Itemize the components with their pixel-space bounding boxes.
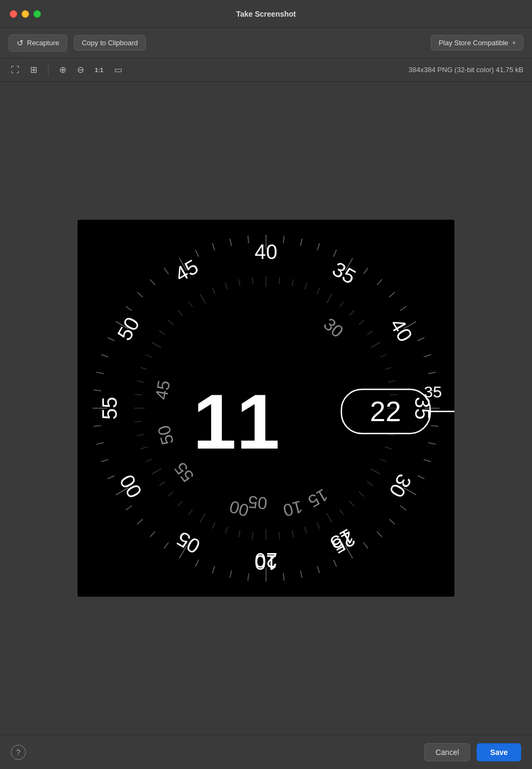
window-controls — [10, 10, 41, 18]
image-info: 384x384 PNG (32-bit color) 41.75 kB — [409, 66, 523, 74]
help-button[interactable]: ? — [11, 745, 26, 760]
frame-icon[interactable]: ▭ — [112, 62, 124, 77]
cancel-button[interactable]: Cancel — [424, 743, 471, 761]
bottom-actions: Cancel Save — [424, 743, 521, 761]
cancel-label: Cancel — [436, 748, 459, 757]
chevron-down-icon: ▾ — [513, 40, 515, 46]
maximize-button[interactable] — [33, 10, 41, 18]
minute-display: 22 — [370, 396, 401, 427]
copy-label: Copy to Clipboard — [82, 39, 138, 47]
save-label: Save — [490, 748, 508, 757]
svg-text:40: 40 — [255, 241, 277, 263]
close-button[interactable] — [10, 10, 17, 18]
right-edge-35: 35 — [424, 383, 442, 401]
minimize-button[interactable] — [22, 10, 29, 18]
format-dropdown[interactable]: Play Store Compatible ▾ — [431, 35, 523, 51]
help-label: ? — [16, 748, 20, 757]
svg-text:05: 05 — [247, 492, 268, 513]
recapture-label: Recapture — [27, 39, 59, 47]
watch-face-svg: 50 45 55 40 35 40 45 30 00 — [78, 220, 454, 597]
fit-icon[interactable]: ⛶ — [9, 63, 22, 77]
hour-display: 11 — [193, 378, 279, 465]
zoom-in-icon[interactable]: ⊕ — [57, 62, 68, 77]
window-title: Take Screenshot — [236, 10, 296, 18]
watch-container: 50 45 55 40 35 40 45 30 00 — [78, 220, 454, 597]
save-button[interactable]: Save — [477, 743, 521, 761]
separator — [48, 64, 48, 76]
watch-face: 50 45 55 40 35 40 45 30 00 — [78, 220, 454, 597]
titlebar: Take Screenshot — [0, 0, 532, 28]
grid-icon[interactable]: ⊞ — [28, 62, 39, 77]
main-content: 50 45 55 40 35 40 45 30 00 — [0, 82, 532, 735]
bottom-bar: ? Cancel Save — [0, 735, 532, 769]
svg-text:55: 55 — [99, 397, 121, 420]
svg-text:20: 20 — [255, 549, 277, 571]
zoom-out-icon[interactable]: ⊖ — [75, 62, 86, 77]
recapture-button[interactable]: ↺ Recapture — [9, 34, 67, 52]
toolbar: ↺ Recapture Copy to Clipboard Play Store… — [0, 28, 532, 58]
svg-text:45: 45 — [151, 379, 174, 401]
recapture-icon: ↺ — [17, 38, 24, 48]
format-label: Play Store Compatible — [439, 39, 508, 47]
info-bar: ⛶ ⊞ ⊕ ⊖ 1:1 ▭ 384x384 PNG (32-bit color)… — [0, 58, 532, 82]
copy-to-clipboard-button[interactable]: Copy to Clipboard — [74, 35, 146, 51]
actual-size-icon[interactable]: 1:1 — [93, 65, 106, 75]
